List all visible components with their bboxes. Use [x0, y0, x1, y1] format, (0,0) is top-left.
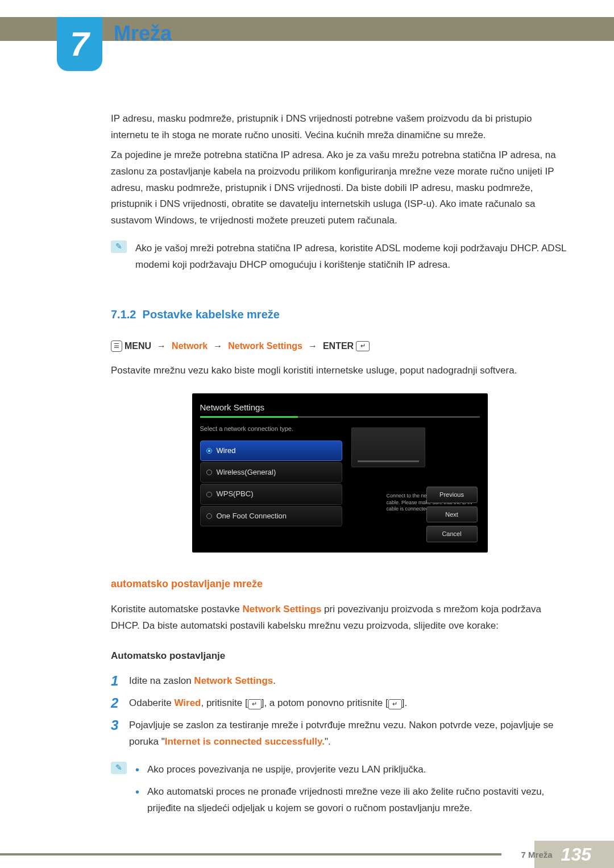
section-desc: Postavite mrežnu vezu kako biste mogli k…: [111, 363, 569, 379]
highlight: Network Settings: [243, 604, 322, 614]
intro-p1: IP adresu, masku podmreže, pristupnik i …: [111, 111, 569, 144]
cancel-button[interactable]: Cancel: [426, 526, 478, 542]
auto-desc: Koristite automatske postavke Network Se…: [111, 601, 569, 634]
menu-label: MENU: [125, 338, 151, 354]
radio-icon: [206, 470, 212, 475]
bullet-icon: •: [135, 762, 139, 778]
bullet-item: • Ako automatski proces ne pronađe vrije…: [135, 784, 569, 817]
note-text: Ako je vašoj mreži potrebna statična IP …: [135, 240, 569, 273]
auto-sub: Automatsko postavljanje: [111, 648, 569, 665]
menu-icon: ☰: [111, 340, 122, 352]
ss-illustration: [351, 427, 425, 467]
note-block-2: ✎ • Ako proces povezivanja ne uspije, pr…: [111, 762, 569, 823]
bullet-text: Ako automatski proces ne pronađe vrijedn…: [147, 784, 569, 817]
path-network-settings: Network Settings: [228, 338, 302, 354]
step-number: 3: [111, 717, 122, 734]
note-block: ✎ Ako je vašoj mreži potrebna statična I…: [111, 240, 569, 273]
enter-icon: ↵: [248, 699, 262, 709]
highlight: Network Settings: [194, 675, 273, 686]
page-content: IP adresu, masku podmreže, pristupnik i …: [111, 111, 569, 823]
text: ".: [325, 736, 331, 747]
chapter-badge: 7: [57, 17, 102, 71]
chapter-title: Mreža: [114, 22, 172, 45]
text: ], a potom ponovno pritisnite [: [262, 697, 388, 708]
ss-option-list: Wired Wireless(General) WPS(PBC) One Foo…: [200, 441, 342, 526]
ui-screenshot: Network Settings Select a network connec…: [192, 393, 488, 553]
page-number: 135: [561, 844, 591, 865]
bullet-list: • Ako proces povezivanja ne uspije, prov…: [135, 762, 569, 823]
text: Idite na zaslon: [129, 675, 194, 686]
text: Odaberite: [129, 697, 174, 708]
step-number: 2: [111, 695, 122, 712]
highlight: Internet is connected successfully.: [165, 736, 325, 747]
text: ].: [402, 697, 407, 708]
arrow-icon: →: [308, 338, 317, 354]
text: , pritisnite [: [201, 697, 247, 708]
menu-path: ☰ MENU → Network → Network Settings → EN…: [111, 338, 569, 354]
ss-option-label: One Foot Connection: [217, 510, 287, 522]
ss-option-wps[interactable]: WPS(PBC): [200, 484, 342, 504]
text: .: [273, 675, 276, 686]
auto-title: automatsko postavljanje mreže: [111, 575, 569, 593]
step-3: 3 Pojavljuje se zaslon za testiranje mre…: [111, 717, 569, 750]
enter-label: ENTER: [323, 338, 354, 354]
radio-icon: [206, 492, 212, 497]
ss-option-label: WPS(PBC): [217, 488, 254, 500]
step-text: Idite na zaslon Network Settings.: [129, 673, 569, 690]
section-heading: 7.1.2 Postavke kabelske mreže: [111, 305, 569, 324]
page-footer: 7 Mreža 135: [0, 841, 614, 868]
bullet-text: Ako proces povezivanja ne uspije, provje…: [147, 762, 426, 778]
section-num: 7.1.2: [111, 308, 136, 321]
ss-subtitle: Select a network connection type.: [200, 423, 480, 434]
intro-p2: Za pojedine je mreže potrebna statična I…: [111, 147, 569, 229]
path-network: Network: [172, 338, 208, 354]
footer-rule: [0, 853, 501, 855]
ss-option-label: Wired: [217, 445, 236, 457]
bullet-icon: •: [135, 784, 139, 817]
radio-icon: [206, 513, 212, 519]
enter-icon: ↵: [388, 699, 402, 709]
ss-option-wired[interactable]: Wired: [200, 441, 342, 461]
step-number: 1: [111, 673, 122, 690]
radio-icon: [206, 448, 212, 454]
ss-option-label: Wireless(General): [217, 466, 276, 479]
step-1: 1 Idite na zaslon Network Settings.: [111, 673, 569, 690]
note-icon: ✎: [111, 762, 127, 774]
step-2: 2 Odaberite Wired, pritisnite [↵], a pot…: [111, 695, 569, 712]
ss-button-group: Previous Next Cancel: [426, 487, 478, 542]
bullet-item: • Ako proces povezivanja ne uspije, prov…: [135, 762, 569, 778]
step-text: Pojavljuje se zaslon za testiranje mreže…: [129, 717, 569, 750]
previous-button[interactable]: Previous: [426, 487, 478, 503]
ss-option-wireless[interactable]: Wireless(General): [200, 462, 342, 483]
arrow-icon: →: [157, 338, 166, 354]
ss-option-onefoot[interactable]: One Foot Connection: [200, 506, 342, 526]
ss-title: Network Settings: [200, 400, 480, 415]
highlight: Wired: [174, 697, 201, 708]
note-icon: ✎: [111, 240, 127, 253]
ss-underline: [200, 416, 480, 418]
enter-icon: ↵: [356, 341, 370, 351]
step-text: Odaberite Wired, pritisnite [↵], a potom…: [129, 695, 569, 712]
next-button[interactable]: Next: [426, 506, 478, 523]
footer-label: 7 Mreža: [521, 850, 553, 859]
text: Koristite automatske postavke: [111, 604, 243, 614]
arrow-icon: →: [213, 338, 222, 354]
section-title-text: Postavke kabelske mreže: [143, 308, 280, 321]
